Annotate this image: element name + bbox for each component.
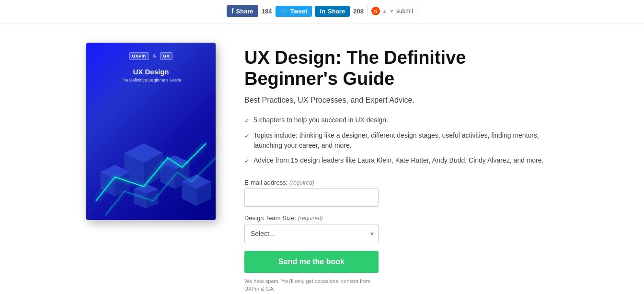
signup-form: E-mail address: (required) Design Team S… [244, 179, 558, 293]
submit-button[interactable]: Send me the book [244, 251, 379, 273]
email-label: E-mail address: (required) [244, 179, 558, 186]
checklist-item-2: ✓ Topics include: thinking like a design… [244, 130, 558, 151]
book-logos: UXPin & GA [129, 52, 173, 60]
ga-logo: GA [160, 52, 173, 60]
email-input[interactable] [244, 188, 379, 207]
book-cover-title: UX Design [133, 68, 169, 76]
twitter-icon: 🐦 [280, 8, 288, 15]
book-cover-subtitle: The Definitive Beginner's Guide [121, 78, 181, 82]
logo-ampersand: & [153, 53, 156, 59]
check-icon-2: ✓ [244, 131, 250, 141]
checklist-text-3: Advice from 15 design leaders like Laura… [253, 155, 543, 165]
reddit-downvote-icon[interactable]: ▼ [389, 8, 394, 14]
facebook-share-label: Share [236, 8, 253, 15]
linkedin-icon: in [320, 8, 325, 15]
check-icon-3: ✓ [244, 156, 250, 166]
reddit-icon: r/ [371, 7, 380, 15]
main-content: UXPin & GA UX Design The Definitive Begi… [0, 24, 644, 294]
right-content: UX Design: The Definitive Beginner's Gui… [244, 43, 558, 293]
team-size-select[interactable]: Select... 1–5 6–15 16–50 51–200 200+ [244, 224, 379, 243]
reddit-upvote-icon[interactable]: ▲ [382, 8, 387, 14]
team-size-required: (required) [298, 215, 323, 222]
email-required: (required) [289, 179, 314, 186]
linkedin-share-button[interactable]: in Share [315, 6, 350, 17]
book-cover: UXPin & GA UX Design The Definitive Begi… [86, 43, 216, 220]
linkedin-share-label: Share [328, 8, 345, 15]
share-bar: f Share 184 🐦 Tweet in Share 208 r/ ▲ ▼ … [0, 0, 644, 24]
page-title: UX Design: The Definitive Beginner's Gui… [244, 47, 558, 89]
facebook-icon: f [231, 7, 234, 15]
team-size-label: Design Team Size: (required) [244, 214, 558, 222]
checklist: ✓ 5 chapters to help you succeed in UX d… [244, 115, 558, 165]
page-subtitle: Best Practices, UX Processes, and Expert… [244, 96, 558, 105]
team-size-select-wrapper: Select... 1–5 6–15 16–50 51–200 200+ ▾ [244, 224, 379, 243]
checklist-text-2: Topics include: thinking like a designer… [253, 130, 558, 151]
check-icon-1: ✓ [244, 116, 250, 126]
checklist-item-3: ✓ Advice from 15 design leaders like Lau… [244, 155, 558, 166]
checklist-text-1: 5 chapters to help you succeed in UX des… [253, 115, 388, 125]
email-field-row: E-mail address: (required) [244, 179, 558, 207]
linkedin-count: 208 [353, 8, 364, 15]
facebook-count: 184 [261, 8, 273, 15]
team-size-field-row: Design Team Size: (required) Select... 1… [244, 214, 558, 243]
book-decoration-svg [86, 115, 216, 220]
reddit-submit-bar[interactable]: r/ ▲ ▼ submit [367, 5, 417, 17]
twitter-share-label: Tweet [290, 8, 308, 15]
uxpin-logo: UXPin [129, 52, 149, 60]
reddit-label[interactable]: submit [396, 8, 413, 14]
spam-note: We hate spam. You'll only get occasional… [244, 278, 379, 293]
facebook-share-button[interactable]: f Share [227, 5, 258, 17]
twitter-share-button[interactable]: 🐦 Tweet [276, 6, 312, 17]
checklist-item-1: ✓ 5 chapters to help you succeed in UX d… [244, 115, 558, 126]
